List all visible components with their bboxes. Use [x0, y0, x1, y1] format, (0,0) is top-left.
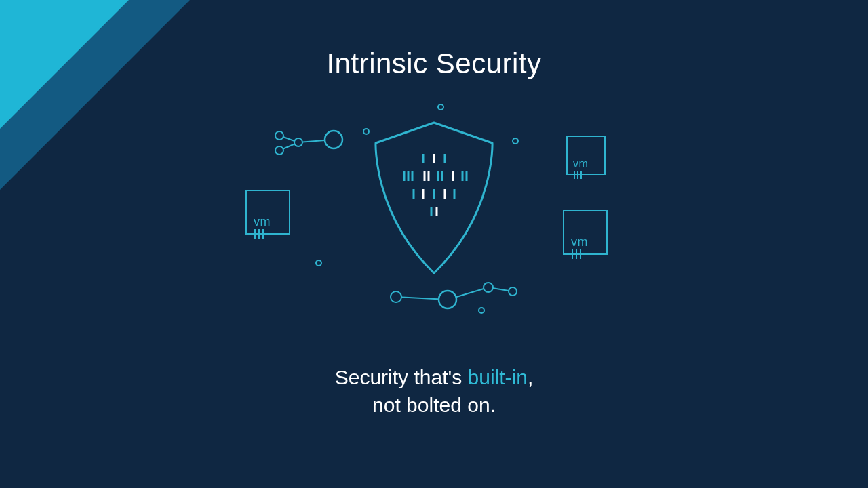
vm-ticks-icon — [254, 229, 271, 239]
svg-point-35 — [391, 291, 401, 302]
vm-ticks-icon — [571, 249, 589, 259]
vm-ticks-icon — [573, 171, 588, 179]
tagline-prefix: Security that's — [335, 366, 468, 388]
vm-box-top-right: vm — [566, 136, 606, 175]
svg-point-21 — [363, 129, 369, 134]
vm-label: vm — [573, 158, 588, 170]
svg-point-20 — [438, 104, 443, 110]
svg-point-23 — [316, 260, 321, 266]
tagline: Security that's built-in, not bolted on. — [0, 364, 868, 419]
page-title: Intrinsic Security — [0, 47, 868, 80]
vm-label: vm — [254, 215, 271, 229]
vm-box-right: vm — [563, 210, 608, 255]
vm-label: vm — [571, 235, 588, 249]
svg-point-22 — [513, 138, 518, 144]
svg-point-38 — [509, 287, 517, 296]
svg-point-36 — [439, 291, 456, 308]
network-nodes-bottom-icon — [387, 277, 522, 317]
illustration-canvas: vm vm vm — [231, 102, 637, 325]
network-nodes-top-icon — [271, 122, 353, 163]
svg-point-28 — [275, 131, 283, 140]
svg-point-29 — [275, 146, 283, 155]
tagline-highlight: built-in — [468, 366, 528, 388]
tagline-line-2: not bolted on. — [372, 394, 496, 416]
vm-box-left: vm — [245, 190, 290, 235]
tagline-suffix-1: , — [528, 366, 533, 388]
svg-point-37 — [484, 283, 493, 292]
svg-point-30 — [294, 138, 302, 146]
svg-point-31 — [325, 131, 342, 148]
